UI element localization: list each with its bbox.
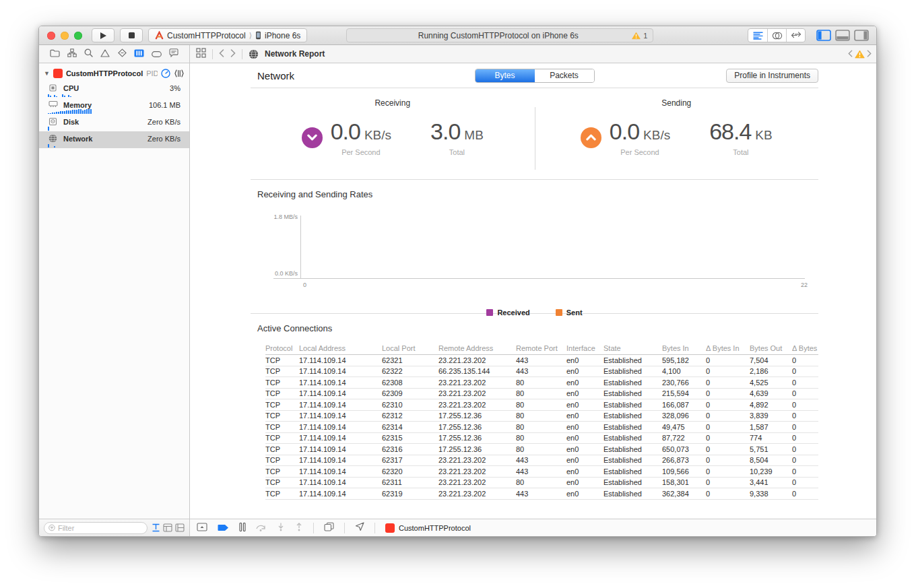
memory-graph-icon[interactable] <box>174 69 184 77</box>
column-header[interactable]: Local Port <box>382 344 438 352</box>
table-cell: TCP <box>265 423 299 431</box>
app-icon <box>385 523 395 533</box>
find-navigator-button[interactable] <box>84 48 93 60</box>
column-header[interactable]: Bytes In <box>662 344 706 352</box>
hide-debug-area-button[interactable] <box>197 522 207 534</box>
minimize-window-button[interactable] <box>61 32 69 40</box>
table-cell: en0 <box>566 401 603 409</box>
debugbar-divider <box>313 523 314 533</box>
status-warning[interactable]: 1 <box>632 32 647 40</box>
column-header[interactable]: Remote Address <box>438 344 516 352</box>
column-header[interactable]: Bytes Out <box>750 344 792 352</box>
gauge-sparkline <box>48 125 49 131</box>
standard-editor-button[interactable] <box>748 29 767 42</box>
table-cell: 109,566 <box>662 467 706 476</box>
table-cell: 215,594 <box>662 389 706 397</box>
table-row[interactable]: TCP17.114.109.146232123.221.23.202443en0… <box>265 355 818 366</box>
table-row[interactable]: TCP17.114.109.146231417.255.12.3680en0Es… <box>265 422 818 433</box>
sidebar-gauge-cpu[interactable]: CPU3% <box>39 81 189 98</box>
step-over-icon <box>256 523 267 531</box>
table-row[interactable]: TCP17.114.109.146231217.255.12.3680en0Es… <box>265 411 818 422</box>
project-navigator-button[interactable] <box>50 48 60 60</box>
table-cell: en0 <box>566 356 603 364</box>
column-header[interactable]: Local Address <box>299 344 382 352</box>
column-header[interactable]: Δ Bytes In <box>706 344 750 352</box>
table-cell: 17.114.109.14 <box>299 434 382 442</box>
table-cell: en0 <box>566 445 603 453</box>
step-over-button[interactable] <box>256 522 267 534</box>
go-back-button[interactable] <box>219 49 224 59</box>
xcode-window: CustomHTTPProtocol ⟩ iPhone 6s Running C… <box>38 26 877 537</box>
run-button[interactable] <box>92 28 115 42</box>
sidebar-gauge-memory[interactable]: Memory106.1 MB <box>39 98 189 115</box>
sidebar-gauge-disk[interactable]: DiskZero KB/s <box>39 115 189 131</box>
title-bar: CustomHTTPProtocol ⟩ iPhone 6s Running C… <box>39 26 876 45</box>
toggle-debug-area-button[interactable] <box>834 29 851 42</box>
table-row[interactable]: TCP17.114.109.146231123.221.23.20280en0E… <box>265 478 818 489</box>
toggle-utilities-button[interactable] <box>853 29 870 42</box>
profile-in-instruments-button[interactable]: Profile in Instruments <box>726 69 818 83</box>
sidebar-gauge-network[interactable]: NetworkZero KB/s <box>39 131 189 148</box>
next-issue-button[interactable] <box>867 48 872 60</box>
version-editor-button[interactable] <box>786 29 805 42</box>
zoom-window-button[interactable] <box>74 32 82 40</box>
filter-threads-toggle-icon[interactable] <box>163 523 172 532</box>
table-row[interactable]: TCP17.114.109.146232023.221.23.202443en0… <box>265 466 818 478</box>
assistant-editor-button[interactable] <box>767 29 786 42</box>
filter-field[interactable] <box>44 522 148 534</box>
toggle-navigator-button[interactable] <box>815 29 832 42</box>
step-into-button[interactable] <box>277 522 285 534</box>
chevron-right-icon <box>867 50 872 57</box>
table-row[interactable]: TCP17.114.109.146230923.221.23.20280en0E… <box>265 389 818 400</box>
column-header[interactable]: Protocol <box>265 344 299 352</box>
issue-navigator-button[interactable] <box>100 48 110 60</box>
column-header[interactable]: Δ Bytes O <box>792 344 818 352</box>
table-row[interactable]: TCP17.114.109.146231617.255.12.3680en0Es… <box>265 444 818 455</box>
debug-process-label[interactable]: CustomHTTPProtocol <box>385 523 471 533</box>
symbol-navigator-button[interactable] <box>67 48 77 60</box>
table-row[interactable]: TCP17.114.109.146230823.221.23.20280en0E… <box>265 377 818 389</box>
simulate-location-button[interactable] <box>355 522 364 534</box>
breakpoint-navigator-button[interactable] <box>152 48 162 60</box>
segment-bytes[interactable]: Bytes <box>476 69 535 82</box>
table-row[interactable]: TCP17.114.109.146231023.221.23.20280en0E… <box>265 399 818 411</box>
gauge-view-icon[interactable] <box>161 69 170 78</box>
stop-button[interactable] <box>120 28 143 42</box>
process-row[interactable]: ▼ CustomHTTPProtocol PID 3… <box>39 65 189 81</box>
close-window-button[interactable] <box>47 32 55 40</box>
column-header[interactable]: Interface <box>566 344 603 352</box>
gauge-sparkline <box>48 142 55 148</box>
filter-stack-frames-toggle-icon[interactable] <box>175 523 185 532</box>
scheme-selector[interactable]: CustomHTTPProtocol ⟩ iPhone 6s <box>148 28 307 42</box>
breakpoints-toggle-button[interactable] <box>218 522 229 534</box>
test-navigator-button[interactable] <box>118 48 127 60</box>
go-forward-button[interactable] <box>230 49 236 59</box>
column-header[interactable]: Remote Port <box>516 344 566 352</box>
filter-gauges-toggle-icon[interactable] <box>152 523 160 532</box>
table-cell: 443 <box>516 456 566 464</box>
jumpbar-title[interactable]: Network Report <box>265 49 325 59</box>
debug-view-hierarchy-button[interactable] <box>324 522 334 534</box>
filter-input[interactable] <box>58 524 143 532</box>
table-row[interactable]: TCP17.114.109.146232266.235.135.144443en… <box>265 366 818 378</box>
table-row[interactable]: TCP17.114.109.146231723.221.23.202443en0… <box>265 455 818 467</box>
debug-navigator-button[interactable] <box>134 48 144 60</box>
legend-swatch <box>486 309 493 316</box>
receiving-total-unit: MB <box>464 128 484 143</box>
step-out-button[interactable] <box>295 522 303 534</box>
table-cell: 0 <box>792 423 818 431</box>
table-cell: 3,839 <box>750 412 792 420</box>
table-row[interactable]: TCP17.114.109.146231923.221.23.202443en0… <box>265 488 818 500</box>
disclosure-triangle-icon[interactable]: ▼ <box>44 70 50 77</box>
pause-execution-button[interactable] <box>239 522 246 534</box>
related-items-button[interactable] <box>196 48 206 60</box>
report-navigator-button[interactable] <box>169 48 178 60</box>
previous-issue-button[interactable] <box>848 48 853 60</box>
segment-packets[interactable]: Packets <box>535 69 594 82</box>
table-cell: 17.255.12.36 <box>438 423 516 431</box>
table-cell: 0 <box>792 478 818 486</box>
sending-total-unit: KB <box>755 128 772 143</box>
table-row[interactable]: TCP17.114.109.146231517.255.12.3680en0Es… <box>265 433 818 445</box>
table-cell: 62309 <box>382 389 438 397</box>
column-header[interactable]: State <box>603 344 662 352</box>
